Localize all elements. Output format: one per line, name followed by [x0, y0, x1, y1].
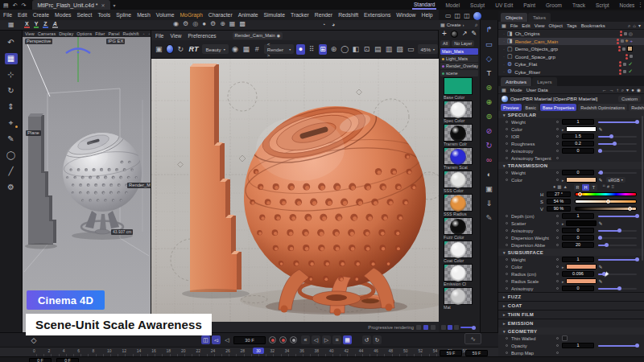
attr-row-radius-cm[interactable]: Radius (cm)0.096 — [498, 270, 644, 278]
view-mode-3-icon[interactable] — [431, 325, 436, 330]
visibility-dots[interactable] — [617, 39, 619, 44]
slider-knob[interactable] — [613, 142, 617, 146]
close-icon[interactable]: ✕ — [101, 2, 105, 8]
value-slider[interactable] — [598, 259, 637, 261]
loop-icon[interactable]: ↺ — [362, 335, 371, 344]
layer-light-mats[interactable]: Light_Mats — [440, 56, 478, 62]
section-specular[interactable]: ▾SPECULAR — [498, 111, 644, 118]
back-icon[interactable]: ← — [602, 88, 607, 93]
gear-icon[interactable]: ⚙ — [5, 182, 18, 193]
rotate-icon[interactable]: ↻ — [5, 85, 18, 97]
sound-icon[interactable]: ↻ — [373, 335, 382, 344]
value-field[interactable]: 1.5 — [562, 134, 594, 139]
renderview-camera-chip[interactable]: Render_Cam_Main◉ — [233, 32, 283, 39]
visibility-dots[interactable] — [620, 31, 622, 36]
kebab-menu-icon[interactable]: ⋮ — [638, 2, 643, 8]
sphere-icon[interactable] — [451, 31, 458, 38]
menu-edit[interactable]: Edit — [18, 12, 27, 18]
forbid-icon[interactable]: ⊘ — [483, 125, 495, 136]
object-coord-space-grp[interactable]: ·▢Coord_Space_grp — [498, 53, 644, 61]
attr-row-weight[interactable]: Weight1 — [498, 256, 644, 263]
attr-row-color[interactable]: Color▸✎ — [498, 263, 644, 270]
eyedropper-icon[interactable]: ✎ — [599, 126, 603, 132]
render-view-icon[interactable]: ◉ — [173, 21, 179, 27]
page-icon[interactable]: ▭ — [407, 44, 415, 55]
target-icon[interactable]: ◉ — [637, 88, 641, 93]
attr-row-thin-walled[interactable]: Thin Walled — [498, 335, 644, 342]
object-cyke-flat[interactable]: ·⚙Cyke_Flat✓ — [498, 60, 644, 68]
picker-value-slider[interactable] — [575, 207, 637, 211]
viewport-menu-panel[interactable]: Panel — [108, 31, 119, 36]
autokey-icon[interactable] — [279, 336, 287, 343]
menu-render[interactable]: Render — [315, 12, 332, 18]
slider-knob[interactable] — [635, 214, 639, 218]
prevframe-icon[interactable]: ◁ — [312, 335, 320, 344]
attr-tab-base-properties[interactable]: Base Properties — [540, 104, 576, 111]
slider-marker[interactable] — [628, 207, 632, 211]
attr-row-bump-map[interactable]: Bump Map — [498, 349, 644, 356]
anim-dot[interactable] — [556, 171, 559, 174]
anim-dot[interactable] — [506, 128, 508, 130]
brush-icon[interactable]: ✎ — [483, 212, 495, 223]
anim-dot[interactable] — [556, 352, 559, 354]
menu-volume[interactable]: Volume — [156, 12, 175, 18]
mixer-mode-icon[interactable]: ▲ — [564, 185, 568, 190]
viewport-perspective[interactable]: ViewCamerasDisplayOptionsFilterPanelReds… — [23, 31, 151, 332]
anim-dot[interactable] — [556, 229, 559, 232]
viewport-menu-filter[interactable]: Filter — [95, 31, 105, 36]
value-field[interactable]: 0 — [562, 286, 594, 291]
refresh-icon[interactable]: ↻ — [176, 44, 185, 55]
attr-row-weight[interactable]: Weight1 — [498, 118, 644, 125]
expand-icon[interactable]: ⊞ — [319, 44, 328, 55]
falloff-icon[interactable]: ◯ — [341, 44, 349, 55]
render-settings-icon[interactable]: ⚙ — [183, 21, 188, 27]
plus-icon[interactable]: + — [442, 30, 447, 38]
material-spec-color[interactable]: Spec Color — [444, 101, 480, 123]
undo-icon[interactable]: ↶ — [5, 37, 18, 48]
anim-dot[interactable] — [506, 135, 508, 138]
layer-square[interactable] — [623, 63, 626, 66]
arrow-icon[interactable]: ↗ — [462, 31, 468, 37]
attr-row-depth-cm[interactable]: Depth (cm)1 — [498, 212, 644, 220]
pan-icon[interactable]: ◦ — [143, 32, 145, 36]
menu-icon[interactable]: ▤ — [3, 2, 9, 8]
value-slider[interactable] — [598, 172, 637, 174]
value-slider[interactable] — [598, 288, 637, 290]
objects-menu-tags[interactable]: Tags — [567, 23, 577, 28]
attr-row-color[interactable]: Color▸✎ — [498, 125, 644, 133]
list-view-icon[interactable] — [441, 325, 446, 330]
render-region-icon[interactable]: ◔ — [322, 22, 325, 27]
checkbox[interactable] — [562, 335, 568, 341]
anim-dot[interactable] — [556, 280, 559, 282]
enabled-check-icon[interactable]: ✓ — [628, 68, 633, 75]
attr-tab-preview[interactable]: Preview — [501, 104, 522, 111]
menu-window[interactable]: Window — [396, 12, 415, 18]
grid-icon[interactable]: ▦ — [502, 23, 506, 28]
redo-icon[interactable]: ↷ — [22, 2, 27, 8]
menu-tracker[interactable]: Tracker — [291, 12, 309, 18]
viewport-menu-redshift[interactable]: Redshift — [122, 31, 138, 36]
viewport-menu-view[interactable]: View — [25, 31, 35, 36]
picker-value-value[interactable]: 90 % — [547, 206, 571, 212]
workspace-tab-track[interactable]: Track — [571, 2, 587, 9]
expand-arrow-icon[interactable]: ▸ — [562, 265, 564, 269]
color-swatch[interactable] — [566, 126, 597, 132]
layer-square[interactable] — [623, 70, 626, 73]
anim-dot[interactable] — [506, 273, 508, 275]
render-image[interactable] — [151, 59, 440, 322]
section-transmission[interactable]: ▾TRANSMISSION — [498, 162, 644, 169]
object-demo-objects-grp[interactable]: ·▢Demo_Objects_grp — [498, 45, 644, 53]
forward-icon[interactable]: → — [609, 88, 614, 93]
split-window2-icon[interactable]: ◫ — [464, 13, 470, 19]
slider-knob[interactable] — [635, 120, 639, 124]
slider-knob[interactable] — [635, 343, 639, 348]
move-icon[interactable]: ⊹ — [5, 69, 18, 80]
up-icon[interactable]: ↑ — [617, 88, 619, 93]
render-dropdown[interactable]: < Render >▾ — [264, 44, 295, 54]
dolly-icon[interactable]: ◦ — [148, 32, 150, 36]
pen-icon[interactable]: ✎ — [5, 134, 18, 145]
anim-dot[interactable] — [556, 237, 559, 239]
objects-menu-file[interactable]: File — [510, 23, 518, 28]
workspace-tab-uv-edit[interactable]: UV Edit — [493, 2, 514, 9]
picker-mode-h[interactable]: H — [582, 184, 589, 191]
